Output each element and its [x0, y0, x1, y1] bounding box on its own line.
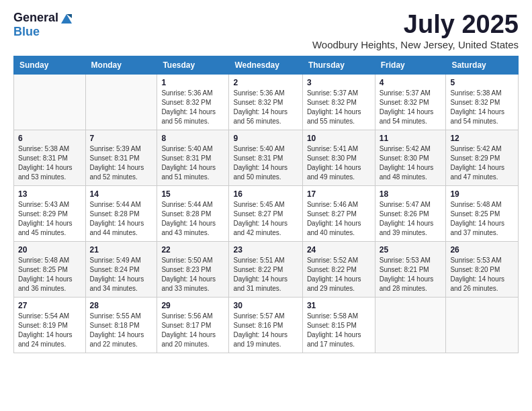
calendar-cell: 7Sunrise: 5:39 AM Sunset: 8:31 PM Daylig… [85, 130, 157, 185]
calendar-week-row: 13Sunrise: 5:43 AM Sunset: 8:29 PM Dayli… [14, 185, 519, 241]
day-number: 31 [307, 301, 371, 310]
month-title: July 2025 [312, 11, 519, 39]
day-info: Sunrise: 5:42 AM Sunset: 8:29 PM Dayligh… [450, 144, 514, 182]
day-info: Sunrise: 5:44 AM Sunset: 8:28 PM Dayligh… [161, 200, 224, 238]
calendar-cell: 27Sunrise: 5:54 AM Sunset: 8:19 PM Dayli… [14, 297, 86, 353]
day-number: 8 [161, 134, 224, 143]
calendar-cell: 11Sunrise: 5:42 AM Sunset: 8:30 PM Dayli… [375, 130, 446, 185]
calendar-cell: 13Sunrise: 5:43 AM Sunset: 8:29 PM Dayli… [14, 185, 86, 241]
calendar-cell: 26Sunrise: 5:53 AM Sunset: 8:20 PM Dayli… [446, 241, 519, 297]
calendar-cell: 6Sunrise: 5:38 AM Sunset: 8:31 PM Daylig… [14, 130, 86, 185]
title-section: July 2025 Woodbury Heights, New Jersey, … [312, 11, 519, 50]
day-number: 4 [380, 78, 442, 87]
calendar-cell: 24Sunrise: 5:52 AM Sunset: 8:22 PM Dayli… [302, 241, 375, 297]
calendar-cell: 8Sunrise: 5:40 AM Sunset: 8:31 PM Daylig… [157, 130, 229, 185]
day-info: Sunrise: 5:55 AM Sunset: 8:18 PM Dayligh… [90, 312, 153, 349]
day-number: 3 [307, 78, 371, 87]
calendar-day-header: Monday [85, 56, 157, 74]
day-number: 27 [18, 301, 81, 310]
day-number: 25 [380, 245, 442, 255]
calendar-cell: 31Sunrise: 5:58 AM Sunset: 8:15 PM Dayli… [302, 297, 375, 353]
day-info: Sunrise: 5:42 AM Sunset: 8:30 PM Dayligh… [380, 144, 442, 182]
calendar-day-header: Friday [375, 56, 446, 74]
day-number: 13 [18, 189, 81, 199]
calendar-cell: 15Sunrise: 5:44 AM Sunset: 8:28 PM Dayli… [157, 185, 229, 241]
calendar-cell [446, 297, 519, 353]
day-number: 6 [18, 134, 81, 143]
calendar-cell: 16Sunrise: 5:45 AM Sunset: 8:27 PM Dayli… [229, 185, 302, 241]
logo: General Blue [13, 11, 73, 39]
day-number: 19 [450, 189, 514, 199]
calendar-week-row: 20Sunrise: 5:48 AM Sunset: 8:25 PM Dayli… [14, 241, 519, 297]
day-number: 24 [307, 245, 371, 255]
day-number: 26 [450, 245, 514, 255]
calendar-day-header: Wednesday [229, 56, 302, 74]
day-number: 11 [380, 134, 442, 143]
calendar-cell: 29Sunrise: 5:56 AM Sunset: 8:17 PM Dayli… [157, 297, 229, 353]
day-number: 9 [233, 134, 298, 143]
logo-icon [60, 11, 73, 25]
day-number: 16 [233, 189, 298, 199]
calendar-week-row: 1Sunrise: 5:36 AM Sunset: 8:32 PM Daylig… [14, 74, 519, 130]
day-number: 30 [233, 301, 298, 310]
calendar-cell: 9Sunrise: 5:40 AM Sunset: 8:31 PM Daylig… [229, 130, 302, 185]
calendar-cell: 5Sunrise: 5:38 AM Sunset: 8:32 PM Daylig… [446, 74, 519, 130]
day-info: Sunrise: 5:49 AM Sunset: 8:24 PM Dayligh… [90, 256, 153, 293]
logo-blue-text: Blue [13, 25, 40, 38]
day-number: 2 [233, 78, 298, 87]
calendar-cell: 14Sunrise: 5:44 AM Sunset: 8:28 PM Dayli… [85, 185, 157, 241]
calendar-day-header: Saturday [446, 56, 519, 74]
calendar-cell: 1Sunrise: 5:36 AM Sunset: 8:32 PM Daylig… [157, 74, 229, 130]
page-header: General Blue July 2025 Woodbury Heights,… [13, 11, 519, 50]
calendar-cell: 21Sunrise: 5:49 AM Sunset: 8:24 PM Dayli… [85, 241, 157, 297]
calendar-cell: 23Sunrise: 5:51 AM Sunset: 8:22 PM Dayli… [229, 241, 302, 297]
day-info: Sunrise: 5:50 AM Sunset: 8:23 PM Dayligh… [161, 256, 224, 293]
calendar-cell: 17Sunrise: 5:46 AM Sunset: 8:27 PM Dayli… [302, 185, 375, 241]
day-number: 22 [161, 245, 224, 255]
calendar-cell: 4Sunrise: 5:37 AM Sunset: 8:32 PM Daylig… [375, 74, 446, 130]
day-info: Sunrise: 5:58 AM Sunset: 8:15 PM Dayligh… [307, 312, 371, 349]
calendar-day-header: Sunday [14, 56, 86, 74]
day-info: Sunrise: 5:54 AM Sunset: 8:19 PM Dayligh… [18, 312, 81, 349]
day-info: Sunrise: 5:48 AM Sunset: 8:25 PM Dayligh… [450, 200, 514, 238]
day-info: Sunrise: 5:40 AM Sunset: 8:31 PM Dayligh… [233, 144, 298, 182]
calendar-cell: 18Sunrise: 5:47 AM Sunset: 8:26 PM Dayli… [375, 185, 446, 241]
day-info: Sunrise: 5:36 AM Sunset: 8:32 PM Dayligh… [233, 89, 298, 126]
day-info: Sunrise: 5:56 AM Sunset: 8:17 PM Dayligh… [161, 312, 224, 349]
day-info: Sunrise: 5:38 AM Sunset: 8:32 PM Dayligh… [450, 89, 514, 126]
calendar-header-row: SundayMondayTuesdayWednesdayThursdayFrid… [14, 56, 519, 74]
calendar-cell: 2Sunrise: 5:36 AM Sunset: 8:32 PM Daylig… [229, 74, 302, 130]
day-number: 17 [307, 189, 371, 199]
calendar-cell: 25Sunrise: 5:53 AM Sunset: 8:21 PM Dayli… [375, 241, 446, 297]
calendar-cell: 22Sunrise: 5:50 AM Sunset: 8:23 PM Dayli… [157, 241, 229, 297]
calendar-cell: 20Sunrise: 5:48 AM Sunset: 8:25 PM Dayli… [14, 241, 86, 297]
day-info: Sunrise: 5:37 AM Sunset: 8:32 PM Dayligh… [307, 89, 371, 126]
day-info: Sunrise: 5:53 AM Sunset: 8:20 PM Dayligh… [450, 256, 514, 293]
calendar-cell [375, 297, 446, 353]
day-number: 1 [161, 78, 224, 87]
day-number: 21 [90, 245, 153, 255]
day-info: Sunrise: 5:44 AM Sunset: 8:28 PM Dayligh… [90, 200, 153, 238]
calendar-cell: 30Sunrise: 5:57 AM Sunset: 8:16 PM Dayli… [229, 297, 302, 353]
day-info: Sunrise: 5:46 AM Sunset: 8:27 PM Dayligh… [307, 200, 371, 238]
calendar-week-row: 6Sunrise: 5:38 AM Sunset: 8:31 PM Daylig… [14, 130, 519, 185]
day-info: Sunrise: 5:41 AM Sunset: 8:30 PM Dayligh… [307, 144, 371, 182]
day-info: Sunrise: 5:48 AM Sunset: 8:25 PM Dayligh… [18, 256, 81, 293]
day-number: 20 [18, 245, 81, 255]
day-number: 28 [90, 301, 153, 310]
day-info: Sunrise: 5:38 AM Sunset: 8:31 PM Dayligh… [18, 144, 81, 182]
day-info: Sunrise: 5:53 AM Sunset: 8:21 PM Dayligh… [380, 256, 442, 293]
day-info: Sunrise: 5:37 AM Sunset: 8:32 PM Dayligh… [380, 89, 442, 126]
day-info: Sunrise: 5:36 AM Sunset: 8:32 PM Dayligh… [161, 89, 224, 126]
day-info: Sunrise: 5:45 AM Sunset: 8:27 PM Dayligh… [233, 200, 298, 238]
day-info: Sunrise: 5:43 AM Sunset: 8:29 PM Dayligh… [18, 200, 81, 238]
location-title: Woodbury Heights, New Jersey, United Sta… [312, 39, 519, 50]
day-number: 29 [161, 301, 224, 310]
calendar-cell: 3Sunrise: 5:37 AM Sunset: 8:32 PM Daylig… [302, 74, 375, 130]
day-info: Sunrise: 5:52 AM Sunset: 8:22 PM Dayligh… [307, 256, 371, 293]
calendar-day-header: Thursday [302, 56, 375, 74]
day-info: Sunrise: 5:39 AM Sunset: 8:31 PM Dayligh… [90, 144, 153, 182]
day-number: 14 [90, 189, 153, 199]
day-number: 23 [233, 245, 298, 255]
day-number: 5 [450, 78, 514, 87]
